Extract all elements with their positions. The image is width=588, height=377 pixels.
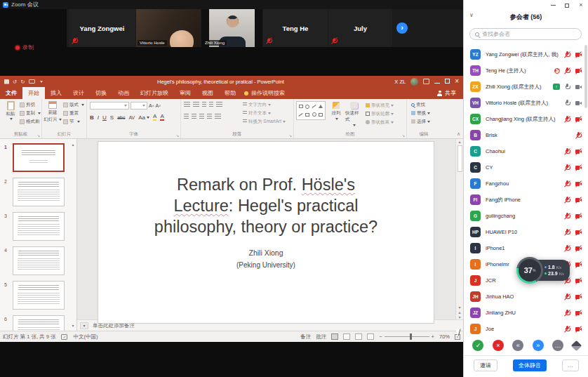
participant-row[interactable]: YZ Yang Zongwei (联席主持人, 我) ↑ (464, 46, 588, 62)
participant-video-tile[interactable]: Teng He Teng He (263, 9, 328, 47)
scroll-up-icon[interactable]: ▴ (458, 139, 460, 144)
dialog-launcher-icon[interactable]: ↘ (176, 133, 179, 138)
slide-canvas[interactable]: Remark on Prof. Hösle's Lecture: Hegel's… (98, 142, 434, 323)
dialog-launcher-icon[interactable]: ↘ (289, 133, 292, 138)
ribbon-tab[interactable]: 文件 (0, 87, 22, 99)
slide-thumbnail[interactable]: 4 (0, 246, 76, 281)
slide-thumbnail[interactable]: 5 (0, 281, 76, 315)
participant-row[interactable]: B Brisk ↑ (464, 127, 588, 143)
character-spacing-button[interactable]: AV (128, 115, 135, 120)
align-text-button[interactable]: 对齐文本 (243, 110, 286, 117)
save-icon[interactable] (4, 79, 9, 84)
change-case-button[interactable]: Aa (138, 114, 149, 121)
slide-sorter-view-button[interactable] (343, 333, 350, 340)
zoom-out-icon[interactable]: − (379, 333, 382, 340)
slide-thumbnail[interactable]: 3 (0, 212, 76, 246)
shapes-gallery[interactable] (296, 101, 326, 120)
underline-button[interactable]: U (102, 114, 107, 121)
numbering-button[interactable] (193, 102, 199, 107)
align-center-button[interactable] (192, 114, 196, 119)
columns-button[interactable] (215, 114, 221, 119)
account-avatar[interactable] (410, 78, 418, 86)
participant-row[interactable]: ZX Zhili Xiong (联席主持人) ↑ (464, 79, 588, 95)
layout-button[interactable]: 版式 (63, 102, 84, 108)
ribbon-tab[interactable]: 插入 (45, 87, 67, 99)
ribbon-tab[interactable]: 动画 (112, 87, 135, 99)
feedback-icon[interactable] (570, 340, 582, 351)
notes-splitter-icon[interactable]: ▾ (80, 322, 88, 329)
zoom-slider[interactable]: − + (379, 333, 434, 340)
participant-video-tile[interactable]: Vittorio Hosle Vittorio Hosle (136, 9, 201, 47)
thumbnails-scrollbar[interactable]: ▴ ▾ (70, 142, 76, 328)
shape-effects-button[interactable]: 形状效果 (366, 119, 394, 126)
participant-row[interactable]: HP HUAWEI P10 ↑ (464, 224, 588, 240)
qat-dropdown-icon[interactable] (40, 81, 43, 83)
font-color-button[interactable]: A (160, 114, 163, 121)
mute-all-button[interactable]: 全体静音 (513, 359, 547, 371)
feedback-icon[interactable]: … (552, 340, 563, 351)
network-monitor-widget[interactable]: 1.8K/s 23.9K/s 37 % (516, 257, 571, 284)
participant-row[interactable]: F Fangzhou ↑ (464, 176, 588, 192)
scroll-down-icon[interactable]: ▾ (72, 323, 74, 328)
invite-button[interactable]: 邀请 (474, 359, 497, 371)
next-slide-icon[interactable]: ▾ (458, 315, 460, 319)
comments-toggle-button[interactable]: 批注 (316, 333, 326, 340)
participant-row[interactable]: G guilingchang ↑ (464, 208, 588, 224)
slideshow-icon[interactable] (29, 79, 35, 84)
align-right-button[interactable] (199, 114, 204, 119)
find-button[interactable]: 查找 (411, 102, 430, 108)
paste-button[interactable]: 粘贴 (1, 101, 20, 120)
slide-counter[interactable]: 幻灯片 第 1 张, 共 9 张 (3, 333, 55, 340)
slide-thumbnail[interactable]: 6 (0, 315, 76, 331)
participant-row[interactable]: I iPhone1 ↑ (464, 240, 588, 256)
tell-me-search[interactable]: 操作说明搜索 (244, 89, 285, 97)
slide-thumbnail[interactable]: 1 (0, 143, 76, 178)
language-status[interactable]: 中文(中国) (73, 333, 98, 340)
ribbon-tab[interactable]: 切换 (90, 87, 112, 99)
next-videos-button[interactable]: › (396, 22, 408, 34)
quick-styles-button[interactable]: 快速样式 (345, 102, 362, 126)
zoom-percentage[interactable]: 70% (439, 333, 450, 340)
feedback-icon[interactable]: × (493, 340, 504, 351)
shape-outline-button[interactable]: 形状轮廓 (366, 111, 394, 117)
dialog-launcher-icon[interactable]: ↘ (402, 133, 405, 138)
zoom-slider-track[interactable] (385, 336, 429, 337)
panel-close-button[interactable]: × (574, 0, 588, 11)
ribbon-tab[interactable]: 帮助 (219, 87, 241, 99)
ribbon-tab[interactable]: 审阅 (174, 87, 196, 99)
spell-check-icon[interactable]: ✓ (61, 334, 67, 340)
italic-button[interactable]: I (98, 114, 99, 121)
maximize-button[interactable] (445, 79, 450, 85)
bold-button[interactable]: B (90, 114, 94, 121)
collapse-ribbon-icon[interactable]: ∧ (457, 131, 460, 137)
decrease-indent-button[interactable] (202, 102, 206, 107)
shape-fill-button[interactable]: 形状填充 (366, 102, 394, 109)
slide-thumbnail[interactable]: 2 (0, 178, 76, 212)
panel-minimize-button[interactable] (546, 0, 560, 11)
share-button[interactable]: 共享 (437, 89, 463, 97)
ribbon-tab[interactable]: 开始 (22, 87, 45, 99)
participant-row[interactable]: J Joe ↑ (464, 321, 588, 337)
search-input[interactable] (482, 31, 576, 37)
participant-video-tile[interactable]: July July (328, 9, 392, 47)
replace-button[interactable]: 替换 (411, 110, 430, 117)
dialog-launcher-icon[interactable]: ↘ (37, 133, 40, 138)
new-slide-button[interactable]: 新建 幻灯片 (44, 101, 62, 123)
ribbon-tab[interactable]: 设计 (67, 87, 90, 99)
scrollbar-thumb[interactable] (457, 145, 462, 172)
slide-author[interactable]: Zhili Xiong (98, 249, 434, 257)
participant-row[interactable]: C Chaohui ↑ (464, 143, 588, 159)
undo-icon[interactable]: ↺ (13, 79, 17, 85)
scroll-up-icon[interactable]: ▴ (72, 142, 74, 147)
account-name[interactable]: X ZL (394, 79, 406, 85)
notes-placeholder[interactable]: 单击此处添加备注 (93, 322, 135, 329)
feedback-icon[interactable]: ✓ (472, 340, 483, 351)
section-button[interactable]: 节 (63, 119, 84, 125)
slide-affiliation[interactable]: (Peking University) (98, 261, 434, 269)
participant-row[interactable]: CX Changjiang Xing (联席主持人) ↑ (464, 111, 588, 127)
ribbon-tab[interactable]: 视图 (196, 87, 219, 99)
participant-search-box[interactable] (469, 28, 582, 40)
participant-row[interactable]: TH Teng He (主持人) ↑ (464, 62, 588, 79)
highlight-color-button[interactable]: A (153, 114, 156, 121)
text-direction-button[interactable]: 文字方向 (243, 102, 286, 108)
